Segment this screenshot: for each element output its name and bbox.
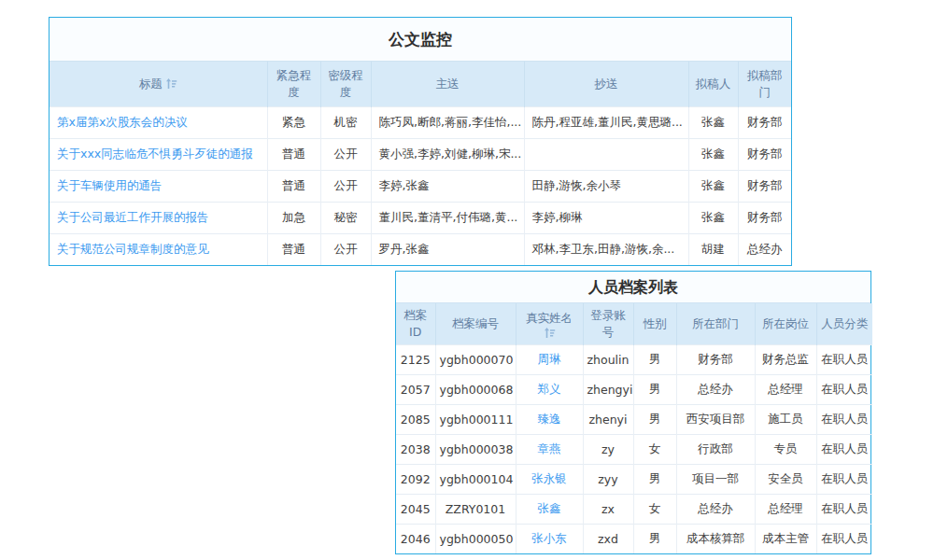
col-header-real-name-label: 真实姓名 — [526, 310, 573, 327]
archive-id-cell: 2038 — [396, 435, 435, 465]
col-header-doc-title[interactable]: 标题 — [50, 62, 267, 107]
urgency-cell: 普通 — [267, 139, 320, 171]
login-account-cell: zxd — [583, 525, 633, 554]
col-header-urgency: 紧急程度 — [267, 62, 320, 107]
archive-code-cell: ygbh000068 — [435, 375, 516, 405]
urgency-cell: 紧急 — [267, 107, 320, 139]
position-cell: 施工员 — [755, 405, 816, 435]
real-name-link[interactable]: 郑义 — [516, 375, 583, 405]
drafter-cell: 胡建 — [688, 234, 738, 266]
cc-cell — [524, 139, 688, 171]
position-cell: 总经理 — [755, 375, 816, 405]
col-header-drafter: 拟稿人 — [688, 62, 738, 107]
table-row: 2092 ygbh000104 张永银 zyy 男 项目一部 安全员 在职人员 — [396, 465, 872, 495]
doc-title-link[interactable]: 关于xxx同志临危不惧勇斗歹徒的通报 — [50, 139, 267, 171]
draft-dept-cell: 财务部 — [738, 139, 791, 171]
doc-monitor-table: 标题 紧急程度 密级程度 主送 抄送 拟稿人 拟稿部门 第x届第x次股东会的决议… — [50, 62, 791, 265]
col-header-secrecy: 密级程度 — [320, 62, 371, 107]
secrecy-cell: 秘密 — [320, 203, 371, 234]
real-name-link[interactable]: 臻逸 — [516, 405, 583, 435]
archive-id-cell: 2085 — [396, 405, 435, 435]
main-send-cell: 黄小强,李婷,刘健,柳琳,宋... — [371, 139, 524, 171]
archive-code-cell: ygbh000050 — [435, 525, 516, 554]
col-header-gender: 性别 — [633, 303, 676, 345]
cc-cell: 邓林,李卫东,田静,游恢,余... — [524, 234, 688, 266]
secrecy-cell: 机密 — [320, 107, 371, 139]
gender-cell: 男 — [633, 465, 676, 495]
category-cell: 在职人员 — [816, 525, 872, 554]
position-cell: 专员 — [755, 435, 816, 465]
personnel-archive-title: 人员档案列表 — [396, 272, 870, 303]
position-cell: 成本主管 — [755, 525, 816, 554]
table-row: 关于公司最近工作开展的报告 加急 秘密 董川民,董清平,付伟璐,黄... 李婷,… — [50, 203, 791, 234]
archive-code-cell: ygbh000070 — [435, 345, 516, 375]
archive-code-cell: ygbh000111 — [435, 405, 516, 435]
doc-title-link[interactable]: 关于公司最近工作开展的报告 — [50, 203, 267, 234]
col-header-login-account: 登录账号 — [583, 303, 633, 345]
col-header-position: 所在岗位 — [755, 303, 816, 345]
table-row: 关于规范公司规章制度的意见 普通 公开 罗丹,张鑫 邓林,李卫东,田静,游恢,余… — [50, 234, 791, 266]
doc-title-link[interactable]: 关于车辆使用的通告 — [50, 171, 267, 203]
position-cell: 安全员 — [755, 465, 816, 495]
archive-code-cell: ZZRY0101 — [435, 495, 516, 525]
col-header-cc: 抄送 — [524, 62, 688, 107]
department-cell: 行政部 — [676, 435, 755, 465]
col-header-real-name[interactable]: 真实姓名 — [516, 303, 583, 345]
archive-id-cell: 2057 — [396, 375, 435, 405]
cc-cell: 李婷,柳琳 — [524, 203, 688, 234]
real-name-link[interactable]: 章燕 — [516, 435, 583, 465]
personnel-archive-panel: 人员档案列表 档案ID 档案编号 真实姓名 登录账号 性别 所在部门 所在岗位 — [395, 271, 871, 554]
col-header-archive-code: 档案编号 — [435, 303, 516, 345]
real-name-link[interactable]: 周琳 — [516, 345, 583, 375]
login-account-cell: zhenyi — [583, 405, 633, 435]
position-cell: 总经理 — [755, 495, 816, 525]
doc-title-link[interactable]: 关于规范公司规章制度的意见 — [50, 234, 267, 266]
gender-cell: 男 — [633, 375, 676, 405]
col-header-department: 所在部门 — [676, 303, 755, 345]
department-cell: 总经办 — [676, 375, 755, 405]
draft-dept-cell: 财务部 — [738, 171, 791, 203]
col-header-archive-id: 档案ID — [396, 303, 435, 345]
urgency-cell: 普通 — [267, 171, 320, 203]
doc-title-link[interactable]: 第x届第x次股东会的决议 — [50, 107, 267, 139]
archive-id-cell: 2092 — [396, 465, 435, 495]
drafter-cell: 张鑫 — [688, 107, 738, 139]
main-send-cell: 董川民,董清平,付伟璐,黄... — [371, 203, 524, 234]
table-row: 关于车辆使用的通告 普通 公开 李婷,张鑫 田静,游恢,余小琴 张鑫 财务部 — [50, 171, 791, 203]
personnel-archive-table: 档案ID 档案编号 真实姓名 登录账号 性别 所在部门 所在岗位 人员分类 21… — [396, 303, 872, 553]
drafter-cell: 张鑫 — [688, 139, 738, 171]
category-cell: 在职人员 — [816, 345, 872, 375]
table-row: 2057 ygbh000068 郑义 zhengyi 男 总经办 总经理 在职人… — [396, 375, 872, 405]
urgency-cell: 加急 — [267, 203, 320, 234]
cc-cell: 陈丹,程亚雄,董川民,黄思璐... — [524, 107, 688, 139]
table-row: 2038 ygbh000038 章燕 zy 女 行政部 专员 在职人员 — [396, 435, 872, 465]
draft-dept-cell: 财务部 — [738, 107, 791, 139]
department-cell: 财务部 — [676, 345, 755, 375]
department-cell: 总经办 — [676, 495, 755, 525]
gender-cell: 男 — [633, 345, 676, 375]
table-row: 关于xxx同志临危不惧勇斗歹徒的通报 普通 公开 黄小强,李婷,刘健,柳琳,宋.… — [50, 139, 791, 171]
table-row: 2125 ygbh000070 周琳 zhoulin 男 财务部 财务总监 在职… — [396, 345, 872, 375]
main-send-cell: 罗丹,张鑫 — [371, 234, 524, 266]
draft-dept-cell: 财务部 — [738, 203, 791, 234]
gender-cell: 女 — [633, 495, 676, 525]
secrecy-cell: 公开 — [320, 171, 371, 203]
col-header-category: 人员分类 — [816, 303, 872, 345]
department-cell: 西安项目部 — [676, 405, 755, 435]
login-account-cell: zx — [583, 495, 633, 525]
table-row: 2046 ygbh000050 张小东 zxd 男 成本核算部 成本主管 在职人… — [396, 525, 872, 554]
login-account-cell: zhengyi — [583, 375, 633, 405]
col-header-draft-dept: 拟稿部门 — [738, 62, 791, 107]
real-name-link[interactable]: 张永银 — [516, 465, 583, 495]
main-send-cell: 陈巧凤,断郎,蒋丽,李佳怡,... — [371, 107, 524, 139]
real-name-link[interactable]: 张鑫 — [516, 495, 583, 525]
archive-code-cell: ygbh000104 — [435, 465, 516, 495]
real-name-link[interactable]: 张小东 — [516, 525, 583, 554]
department-cell: 成本核算部 — [676, 525, 755, 554]
category-cell: 在职人员 — [816, 435, 872, 465]
table-row: 2085 ygbh000111 臻逸 zhenyi 男 西安项目部 施工员 在职… — [396, 405, 872, 435]
archive-id-cell: 2045 — [396, 495, 435, 525]
table-row: 第x届第x次股东会的决议 紧急 机密 陈巧凤,断郎,蒋丽,李佳怡,... 陈丹,… — [50, 107, 791, 139]
position-cell: 财务总监 — [755, 345, 816, 375]
cc-cell: 田静,游恢,余小琴 — [524, 171, 688, 203]
